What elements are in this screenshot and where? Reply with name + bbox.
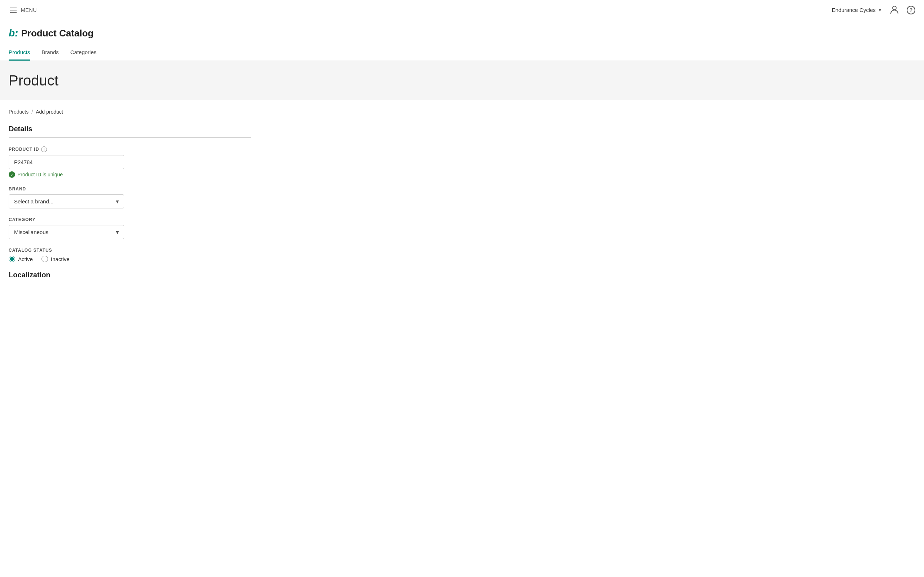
breadcrumb-separator: / xyxy=(31,109,33,115)
store-selector[interactable]: Endurance Cycles ▼ xyxy=(832,7,882,13)
page-header: Product xyxy=(0,61,924,100)
localization-section-title: Localization xyxy=(9,271,251,279)
product-id-label: PRODUCT ID i xyxy=(9,147,251,152)
status-active-label: Active xyxy=(18,256,33,262)
check-circle-icon: ✓ xyxy=(9,171,15,178)
status-inactive-radio[interactable] xyxy=(42,256,48,262)
page-title: Product xyxy=(9,73,915,89)
user-icon[interactable] xyxy=(889,4,900,16)
topbar-left: MENU xyxy=(9,6,37,14)
breadcrumb-parent[interactable]: Products xyxy=(9,109,29,115)
category-group: CATEGORY Miscellaneous ▼ xyxy=(9,217,251,239)
status-inactive-label: Inactive xyxy=(51,256,69,262)
app-header: b: Product Catalog xyxy=(0,20,924,45)
product-id-validation: ✓ Product ID is unique xyxy=(9,171,251,178)
tab-brands[interactable]: Brands xyxy=(42,45,59,61)
status-inactive-option[interactable]: Inactive xyxy=(42,256,69,262)
product-id-info-icon[interactable]: i xyxy=(41,147,47,152)
breadcrumb-current: Add product xyxy=(36,109,63,115)
tab-categories[interactable]: Categories xyxy=(70,45,97,61)
chevron-down-icon: ▼ xyxy=(878,8,882,13)
menu-label: MENU xyxy=(21,7,37,13)
details-section-title: Details xyxy=(9,125,251,133)
catalog-status-group: CATALOG STATUS Active Inactive xyxy=(9,248,251,262)
category-label: CATEGORY xyxy=(9,217,251,222)
brand-label: BRAND xyxy=(9,187,251,192)
brand-group: BRAND Select a brand... ▼ xyxy=(9,187,251,208)
catalog-status-label: CATALOG STATUS xyxy=(9,248,251,253)
product-id-input[interactable] xyxy=(9,155,124,169)
store-name: Endurance Cycles xyxy=(832,7,876,13)
tab-products[interactable]: Products xyxy=(9,45,30,61)
nav-tabs: Products Brands Categories xyxy=(0,45,924,61)
category-select[interactable]: Miscellaneous xyxy=(9,225,124,239)
status-active-option[interactable]: Active xyxy=(9,256,33,262)
category-select-wrapper: Miscellaneous ▼ xyxy=(9,225,124,239)
topbar: MENU Endurance Cycles ▼ ? xyxy=(0,0,924,20)
catalog-status-radio-group: Active Inactive xyxy=(9,256,251,262)
topbar-right: Endurance Cycles ▼ ? xyxy=(832,4,915,16)
main-content: Products / Add product Details PRODUCT I… xyxy=(0,100,260,292)
brand-logo: b: xyxy=(9,27,18,39)
brand-select[interactable]: Select a brand... xyxy=(9,194,124,208)
status-active-radio[interactable] xyxy=(9,256,15,262)
app-title: Product Catalog xyxy=(21,28,94,39)
menu-icon[interactable] xyxy=(9,6,18,14)
breadcrumb: Products / Add product xyxy=(9,109,251,115)
help-icon[interactable]: ? xyxy=(907,6,915,15)
localization-section: Localization xyxy=(9,271,251,279)
brand-select-wrapper: Select a brand... ▼ xyxy=(9,194,124,208)
svg-point-0 xyxy=(893,6,896,10)
product-id-group: PRODUCT ID i ✓ Product ID is unique xyxy=(9,147,251,178)
section-divider xyxy=(9,137,251,138)
